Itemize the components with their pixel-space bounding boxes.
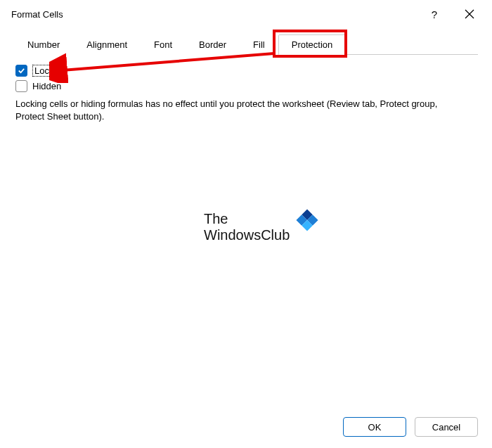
tab-number[interactable]: Number	[14, 34, 73, 55]
tab-font[interactable]: Font	[141, 34, 186, 55]
ok-button[interactable]: OK	[343, 417, 406, 437]
hidden-checkbox[interactable]	[15, 80, 27, 92]
dialog-buttons: OK Cancel	[0, 410, 492, 448]
format-cells-dialog: Format Cells ? Number Alignment Font Bor…	[0, 0, 492, 448]
protection-info-text: Locking cells or hiding formulas has no …	[15, 98, 465, 122]
help-button[interactable]: ?	[419, 4, 450, 25]
tab-protection[interactable]: Protection	[278, 34, 347, 55]
titlebar: Format Cells ?	[0, 0, 492, 28]
watermark-line2: WindowsClub	[204, 227, 290, 243]
cancel-button[interactable]: Cancel	[415, 417, 478, 437]
close-icon	[465, 9, 474, 19]
hidden-row: Hidden	[15, 80, 477, 92]
close-button[interactable]	[454, 4, 485, 25]
locked-label: Locked	[32, 65, 66, 77]
tab-alignment[interactable]: Alignment	[73, 34, 141, 55]
tabs-row: Number Alignment Font Border Fill Protec…	[14, 34, 478, 55]
watermark-line1: The	[204, 211, 290, 227]
tab-border[interactable]: Border	[186, 34, 240, 55]
windows-logo-icon	[297, 209, 318, 231]
locked-checkbox[interactable]	[15, 65, 27, 77]
hidden-label: Hidden	[32, 81, 61, 91]
watermark: The WindowsClub	[204, 211, 315, 243]
locked-row: Locked	[15, 65, 477, 77]
tab-fill[interactable]: Fill	[240, 34, 278, 55]
dialog-title: Format Cells	[11, 9, 419, 20]
checkmark-icon	[18, 67, 25, 75]
